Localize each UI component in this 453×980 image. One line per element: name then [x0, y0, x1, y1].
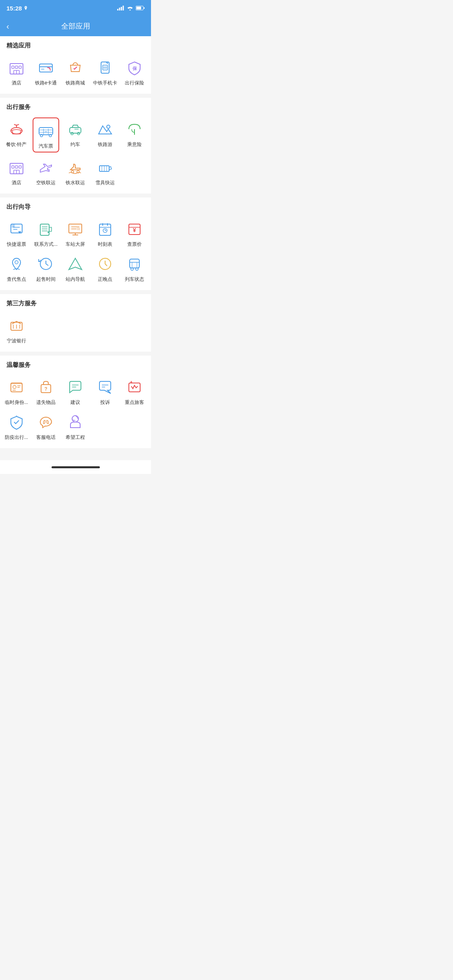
- status-time: 15:28: [6, 5, 28, 12]
- svg-line-81: [46, 264, 48, 266]
- svg-rect-57: [40, 224, 49, 235]
- svg-point-98: [13, 385, 16, 389]
- section-travel-service: 出行服务 餐饮·特产: [0, 98, 151, 194]
- item-station-screen[interactable]: 车站大屏: [62, 217, 89, 249]
- svg-rect-2: [121, 7, 122, 10]
- svg-rect-43: [19, 166, 21, 168]
- section-third-party: 第三方服务 宁波银行: [0, 294, 151, 352]
- item-hotel2[interactable]: 酒店: [3, 156, 29, 187]
- svg-rect-8: [12, 66, 14, 68]
- section-title-guide: 出行向导: [0, 198, 151, 214]
- svg-line-85: [105, 264, 107, 266]
- item-rail-tour[interactable]: 铁路游: [92, 117, 118, 152]
- item-rail-water[interactable]: 铁水联运: [62, 156, 89, 187]
- item-hope-project[interactable]: 希望工程: [62, 410, 89, 442]
- svg-rect-9: [15, 66, 18, 68]
- item-contact[interactable]: 联系方式...: [33, 217, 59, 249]
- item-find-agent[interactable]: 查代售点: [3, 252, 29, 284]
- content: 精选应用 酒店: [0, 36, 151, 460]
- grid-warm-service: 临时身份... ? 遗失物品: [0, 372, 151, 448]
- item-ride-hailing[interactable]: 约车: [62, 117, 89, 152]
- home-indicator: [52, 466, 100, 468]
- item-food[interactable]: 餐饮·特产: [3, 117, 29, 152]
- svg-rect-42: [15, 166, 18, 168]
- item-china-rail-sim[interactable]: 中铁手机卡: [92, 56, 118, 87]
- section-title-third: 第三方服务: [0, 294, 151, 311]
- item-air-rail[interactable]: 空铁联运: [33, 156, 59, 187]
- item-travel-insurance[interactable]: 保 出行保险: [122, 56, 148, 87]
- grid-third-party: 宁波银行: [0, 311, 151, 352]
- section-warm-service: 温馨服务 临时身份...: [0, 356, 151, 448]
- item-temp-id[interactable]: 临时身份...: [3, 375, 29, 407]
- svg-rect-5: [137, 7, 141, 10]
- svg-rect-10: [19, 66, 21, 68]
- section-travel-guide: 出行向导 退 快捷退票: [0, 198, 151, 290]
- wifi-icon: [127, 6, 133, 10]
- svg-text:?: ?: [44, 386, 47, 392]
- item-railway-shop[interactable]: 铁路商城: [62, 56, 89, 87]
- item-ningbo-bank[interactable]: 宁波银行: [3, 314, 29, 345]
- svg-rect-41: [12, 166, 14, 168]
- item-hotel1[interactable]: 酒店: [3, 56, 29, 87]
- svg-rect-67: [77, 228, 80, 230]
- status-icons: [117, 6, 145, 10]
- item-bus-ticket[interactable]: 汽车票: [33, 117, 59, 152]
- svg-point-61: [48, 231, 49, 233]
- grid-featured: 酒店 铁路e卡通: [0, 53, 151, 94]
- svg-rect-33: [45, 131, 47, 132]
- svg-rect-109: [129, 383, 140, 392]
- back-button[interactable]: ‹: [6, 22, 9, 31]
- item-ski-express[interactable]: 雪具快运: [92, 156, 118, 187]
- header: ‹ 全部应用: [0, 16, 151, 36]
- section-title-featured: 精选应用: [0, 36, 151, 53]
- item-on-time[interactable]: 正晚点: [92, 252, 118, 284]
- item-suggestions[interactable]: 建议: [62, 375, 89, 407]
- svg-rect-86: [130, 259, 139, 268]
- signal-icon: [117, 6, 124, 10]
- bottom-bar: [0, 460, 151, 474]
- item-train-status[interactable]: 列车状态: [122, 252, 148, 284]
- grid-travel-guide: 退 快捷退票 联系方式...: [0, 214, 151, 290]
- svg-rect-6: [144, 7, 145, 9]
- status-bar: 15:28: [0, 0, 151, 16]
- svg-rect-3: [123, 6, 124, 10]
- item-quick-refund[interactable]: 退 快捷退票: [3, 217, 29, 249]
- svg-text:保: 保: [132, 66, 137, 71]
- svg-text:¥: ¥: [133, 227, 136, 233]
- svg-rect-15: [41, 68, 44, 70]
- item-lost-items[interactable]: ? 遗失物品: [33, 375, 59, 407]
- item-railway-card[interactable]: 铁路e卡通: [33, 56, 59, 87]
- item-complaints[interactable]: 投诉: [92, 375, 118, 407]
- section-title-travel: 出行服务: [0, 98, 151, 114]
- item-travel-insurance2[interactable]: 乘意险: [122, 117, 148, 152]
- svg-rect-1: [119, 8, 120, 10]
- item-station-nav[interactable]: 站内导航: [62, 252, 89, 284]
- section-title-warm: 温馨服务: [0, 356, 151, 372]
- item-epidemic-travel[interactable]: 防疫出行...: [3, 410, 29, 442]
- svg-marker-82: [69, 258, 82, 270]
- svg-point-38: [107, 125, 110, 128]
- item-customer-service[interactable]: 客服电话: [33, 410, 59, 442]
- item-check-price[interactable]: ¥ 查票价: [122, 217, 148, 249]
- svg-rect-0: [117, 9, 118, 10]
- item-vip-traveler[interactable]: 重点旅客: [122, 375, 148, 407]
- svg-text:退: 退: [12, 224, 15, 228]
- page-title: 全部应用: [61, 21, 90, 31]
- grid-travel-service: 餐饮·特产 汽车票: [0, 114, 151, 194]
- svg-point-78: [15, 261, 18, 264]
- section-featured: 精选应用 酒店: [0, 36, 151, 94]
- location-icon: [23, 6, 28, 10]
- item-sale-time[interactable]: 起售时间: [33, 252, 59, 284]
- item-timetable[interactable]: 时刻表: [92, 217, 118, 249]
- battery-icon: [136, 6, 145, 10]
